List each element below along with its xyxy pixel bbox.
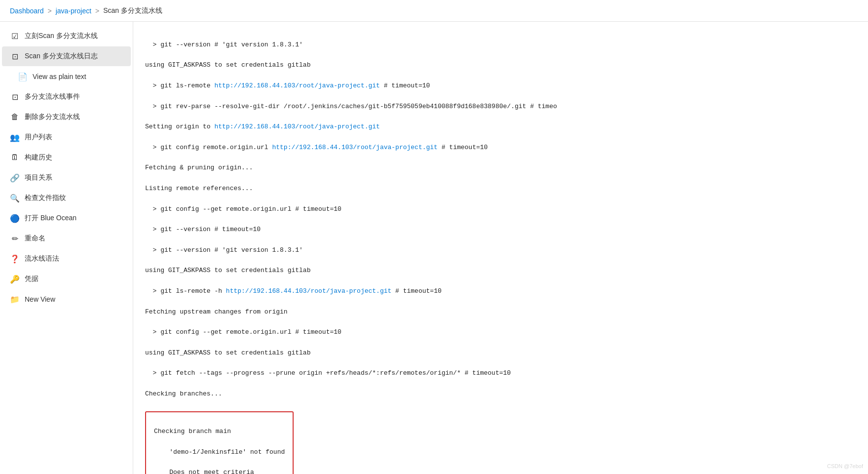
log-line-14: Fetching upstream changes from origin <box>145 307 856 317</box>
sidebar-item-new-view-label: New View <box>25 295 55 303</box>
sidebar-item-log-label: Scan 多分支流水线日志 <box>25 52 98 61</box>
content-area: > git --version # 'git version 1.8.3.1' … <box>133 22 868 474</box>
log-line-3: > git ls-remote http://192.168.44.103/ro… <box>145 81 856 91</box>
sidebar-item-pipeline-syntax-label: 流水线语法 <box>25 254 59 263</box>
blue-ocean-icon: 🔵 <box>10 213 20 223</box>
sidebar-item-plain-text[interactable]: 📄 View as plain text <box>2 67 131 86</box>
sidebar-item-users-label: 用户列表 <box>25 133 52 142</box>
sidebar-item-new-view[interactable]: 📁 New View <box>2 289 131 309</box>
log-line-15: > git config --get remote.origin.url # t… <box>145 327 856 338</box>
sidebar-item-build-history-label: 构建历史 <box>25 153 52 162</box>
highlighted-line-1: Checking branch main <box>154 427 285 437</box>
sidebar-item-project-rel-label: 项目关系 <box>25 173 52 182</box>
fingerprint-icon: 🔍 <box>10 193 20 203</box>
log-line-5: Setting origin to http://192.168.44.103/… <box>145 122 856 132</box>
sidebar-item-build-history[interactable]: 🗓 构建历史 <box>2 148 131 167</box>
folder-icon: 📁 <box>10 294 20 304</box>
breadcrumb-java-project[interactable]: java-project <box>56 7 91 15</box>
question-icon: ❓ <box>10 254 20 264</box>
users-icon: 👥 <box>10 132 20 142</box>
sidebar-item-blue-ocean[interactable]: 🔵 打开 Blue Ocean <box>2 208 131 228</box>
log-line-16: using GIT_ASKPASS to set credentials git… <box>145 348 856 358</box>
log-line-17: > git fetch --tags --progress --prune or… <box>145 368 856 379</box>
sidebar-item-log[interactable]: ⊡ Scan 多分支流水线日志 <box>2 46 131 66</box>
sidebar-item-delete[interactable]: 🗑 删除多分支流水线 <box>2 107 131 127</box>
breadcrumb-current: Scan 多分支流水线 <box>103 6 162 15</box>
watermark: CSDN @7ebof <box>827 463 863 469</box>
breadcrumb-dashboard[interactable]: Dashboard <box>10 7 44 15</box>
log-line-9: > git config --get remote.origin.url # t… <box>145 204 856 215</box>
sidebar-item-scan[interactable]: ☑ 立刻Scan 多分支流水线 <box>2 26 131 46</box>
terminal2-icon: ⊡ <box>10 92 20 102</box>
sidebar-item-credentials-label: 凭据 <box>25 275 38 283</box>
sidebar-item-plain-text-label: View as plain text <box>33 73 86 80</box>
log-output: > git --version # 'git version 1.8.3.1' … <box>133 22 868 474</box>
log-line-18: Checking branches... <box>145 389 856 399</box>
sidebar-item-credentials[interactable]: 🔑 凭据 <box>2 269 131 289</box>
link-icon: 🔗 <box>10 173 20 183</box>
link-java-project-4[interactable]: http://192.168.44.103/root/java-project.… <box>226 287 391 295</box>
log-line-7: Fetching & pruning origin... <box>145 163 856 173</box>
link-java-project-1[interactable]: http://192.168.44.103/root/java-project.… <box>214 82 379 89</box>
link-java-project-3[interactable]: http://192.168.44.103/root/java-project.… <box>272 144 437 151</box>
sidebar-item-project-rel[interactable]: 🔗 项目关系 <box>2 168 131 188</box>
log-line-10: > git --version # timeout=10 <box>145 225 856 235</box>
sidebar-item-users[interactable]: 👥 用户列表 <box>2 127 131 147</box>
sidebar-item-events[interactable]: ⊡ 多分支流水线事件 <box>2 87 131 107</box>
sidebar-item-rename-label: 重命名 <box>25 234 45 243</box>
log-line-13: > git ls-remote -h http://192.168.44.103… <box>145 286 856 297</box>
log-line-4: > git rev-parse --resolve-git-dir /root/… <box>145 102 856 112</box>
doc-icon: 📄 <box>18 72 28 81</box>
sidebar-item-events-label: 多分支流水线事件 <box>25 92 80 101</box>
sidebar-item-rename[interactable]: ✏ 重命名 <box>2 229 131 248</box>
pencil-icon: ✏ <box>10 234 20 243</box>
sidebar: ☑ 立刻Scan 多分支流水线 ⊡ Scan 多分支流水线日志 📄 View a… <box>0 22 133 474</box>
log-line-2: using GIT_ASKPASS to set credentials git… <box>145 60 856 71</box>
terminal-icon: ⊡ <box>10 51 20 61</box>
calendar-icon: 🗓 <box>10 153 20 162</box>
key-icon: 🔑 <box>10 274 20 284</box>
log-line-8: Listing remote references... <box>145 184 856 194</box>
sidebar-item-fingerprint-label: 检查文件指纹 <box>25 194 66 202</box>
sidebar-item-blue-ocean-label: 打开 Blue Ocean <box>25 214 76 223</box>
log-line-12: using GIT_ASKPASS to set credentials git… <box>145 266 856 276</box>
breadcrumb-sep-1: > <box>48 7 52 15</box>
trash-icon: 🗑 <box>10 112 20 122</box>
breadcrumb-sep-2: > <box>95 7 99 15</box>
sidebar-item-scan-label: 立刻Scan 多分支流水线 <box>25 32 98 40</box>
log-line-11: > git --version # 'git version 1.8.3.1' <box>145 245 856 256</box>
link-java-project-2[interactable]: http://192.168.44.103/root/java-project.… <box>214 123 379 130</box>
breadcrumb: Dashboard > java-project > Scan 多分支流水线 <box>0 0 868 22</box>
highlighted-section: Checking branch main 'demo-1/Jenkinsfile… <box>145 411 294 474</box>
log-line-1: > git --version # 'git version 1.8.3.1' <box>145 40 856 50</box>
highlighted-line-2: 'demo-1/Jenkinsfile' not found <box>154 447 285 458</box>
sidebar-item-fingerprint[interactable]: 🔍 检查文件指纹 <box>2 188 131 208</box>
highlighted-line-3: Does not meet criteria <box>154 468 285 474</box>
sidebar-item-pipeline-syntax[interactable]: ❓ 流水线语法 <box>2 249 131 269</box>
sidebar-item-delete-label: 删除多分支流水线 <box>25 113 80 121</box>
log-line-6: > git config remote.origin.url http://19… <box>145 143 856 153</box>
check-icon: ☑ <box>10 31 20 41</box>
